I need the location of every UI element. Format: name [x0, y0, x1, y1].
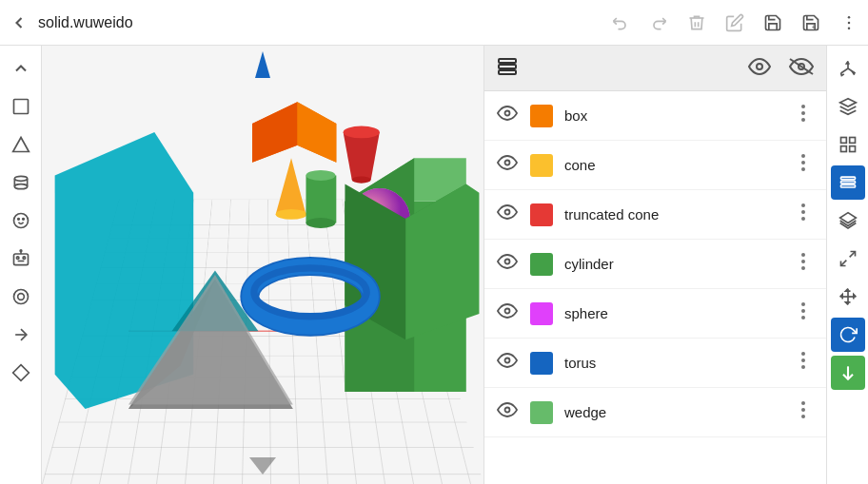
- layer-color-torus: [530, 352, 553, 375]
- stack-tool-button[interactable]: [831, 203, 865, 238]
- move-tool-button[interactable]: [831, 280, 865, 314]
- main-area: box cone: [0, 46, 868, 484]
- object-tool-button[interactable]: [831, 89, 865, 124]
- ring-shape-button[interactable]: [4, 280, 38, 314]
- svg-point-1: [848, 15, 851, 18]
- layer-more-box[interactable]: [792, 105, 815, 126]
- pan-up-button[interactable]: [4, 51, 38, 86]
- layer-label-sphere: sphere: [564, 305, 780, 321]
- layer-visibility-cone[interactable]: [496, 155, 519, 175]
- svg-point-65: [801, 161, 805, 165]
- delete-button[interactable]: [685, 11, 708, 34]
- robot-shape-button[interactable]: [4, 242, 38, 276]
- svg-point-78: [801, 316, 805, 319]
- arrow-down-tool-button[interactable]: [831, 356, 865, 390]
- svg-point-73: [801, 260, 805, 263]
- svg-point-79: [505, 358, 510, 363]
- svg-point-56: [757, 64, 762, 69]
- svg-point-10: [13, 214, 28, 228]
- layer-item-sphere[interactable]: sphere: [484, 289, 826, 339]
- arrow-shape-button[interactable]: [4, 318, 38, 352]
- layer-more-wedge[interactable]: [792, 401, 815, 423]
- 3d-viewport[interactable]: [42, 46, 483, 484]
- more-button[interactable]: [838, 11, 860, 34]
- layer-color-truncated-cone: [530, 203, 553, 226]
- layer-visibility-torus[interactable]: [496, 353, 519, 373]
- axes-tool-button[interactable]: [831, 51, 865, 86]
- svg-rect-91: [849, 138, 855, 144]
- panel-header: [484, 46, 826, 91]
- cylinder-shape-button[interactable]: [4, 165, 38, 200]
- hide-all-button[interactable]: [788, 57, 815, 80]
- svg-point-82: [801, 365, 805, 369]
- layer-visibility-wedge[interactable]: [496, 402, 519, 422]
- svg-point-72: [801, 253, 805, 257]
- box-shape-button[interactable]: [4, 89, 38, 124]
- svg-point-11: [17, 219, 19, 221]
- layer-visibility-sphere[interactable]: [496, 303, 519, 323]
- layer-more-truncated-cone[interactable]: [792, 203, 815, 225]
- svg-marker-5: [12, 138, 29, 152]
- grid-tool-button[interactable]: [831, 127, 865, 162]
- layer-item-torus[interactable]: torus: [484, 339, 826, 388]
- layer-more-cylinder[interactable]: [792, 253, 815, 275]
- layer-visibility-cylinder[interactable]: [496, 254, 519, 274]
- svg-point-77: [801, 309, 805, 313]
- rotate-tool-button[interactable]: [831, 318, 865, 352]
- save-button[interactable]: [761, 11, 784, 34]
- svg-point-76: [801, 302, 805, 306]
- back-button[interactable]: [8, 11, 30, 34]
- svg-line-89: [840, 68, 848, 73]
- svg-point-39: [306, 218, 335, 228]
- scene-svg: [42, 46, 483, 444]
- svg-point-15: [23, 257, 26, 260]
- layer-label-cylinder: cylinder: [564, 256, 780, 272]
- layer-label-box: box: [564, 107, 780, 124]
- layer-item-wedge[interactable]: wedge: [484, 388, 826, 437]
- svg-rect-94: [840, 177, 855, 180]
- layer-color-cone: [530, 154, 553, 177]
- svg-point-12: [22, 219, 24, 221]
- layer-item-cylinder[interactable]: cylinder: [484, 240, 826, 289]
- left-toolbar: [0, 46, 42, 484]
- layer-visibility-box[interactable]: [496, 106, 519, 126]
- layer-color-box: [530, 105, 553, 127]
- svg-point-81: [801, 358, 805, 362]
- layer-more-cone[interactable]: [792, 154, 815, 176]
- edit-button[interactable]: [723, 11, 746, 34]
- save-as-button[interactable]: +: [799, 11, 822, 34]
- expand-tool-button[interactable]: [831, 242, 865, 276]
- svg-point-66: [801, 167, 805, 171]
- svg-point-41: [344, 126, 380, 139]
- svg-point-71: [505, 260, 510, 264]
- show-all-button[interactable]: [748, 57, 771, 80]
- svg-point-85: [801, 408, 805, 412]
- redo-button[interactable]: [647, 11, 670, 34]
- topbar-actions: +: [609, 11, 860, 34]
- layer-label-wedge: wedge: [564, 404, 780, 420]
- svg-text:+: +: [812, 23, 816, 29]
- svg-point-69: [801, 210, 805, 214]
- face-shape-button[interactable]: [4, 203, 38, 238]
- svg-point-3: [848, 27, 851, 29]
- svg-rect-53: [499, 59, 516, 63]
- svg-marker-35: [276, 158, 306, 214]
- svg-point-80: [801, 352, 805, 356]
- layers-tool-button[interactable]: [831, 165, 865, 200]
- layer-visibility-truncated-cone[interactable]: [496, 204, 519, 224]
- svg-point-61: [801, 111, 805, 115]
- layer-more-torus[interactable]: [792, 352, 815, 374]
- layer-item-truncated-cone[interactable]: truncated cone: [484, 190, 826, 240]
- layer-color-sphere: [530, 302, 553, 325]
- layer-item-box[interactable]: box: [484, 91, 826, 141]
- svg-point-2: [848, 21, 851, 24]
- undo-button[interactable]: [609, 11, 632, 34]
- svg-point-59: [505, 111, 510, 116]
- svg-point-9: [14, 184, 27, 189]
- diamond-shape-button[interactable]: [4, 356, 38, 390]
- layer-item-cone[interactable]: cone: [484, 141, 826, 190]
- svg-rect-96: [840, 185, 855, 188]
- layer-more-sphere[interactable]: [792, 302, 815, 324]
- svg-point-19: [13, 290, 28, 304]
- triangle-shape-button[interactable]: [4, 127, 38, 162]
